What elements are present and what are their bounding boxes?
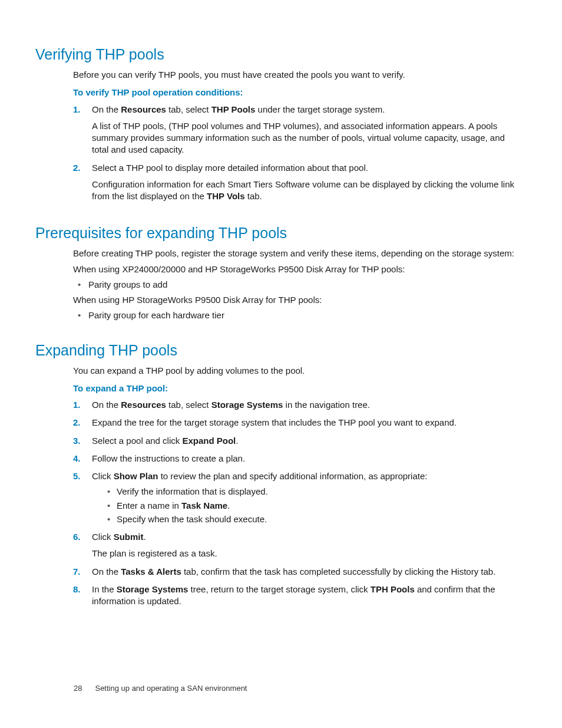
step-3: Select a pool and click Expand Pool. [73, 435, 520, 447]
section2-body: Before creating THP pools, register the … [73, 248, 520, 321]
intro-text: Before you can verify THP pools, you mus… [73, 69, 520, 81]
heading-prerequisites: Prerequisites for expanding THP pools [35, 225, 520, 242]
page-footer: 28Setting up and operating a SAN environ… [74, 684, 247, 693]
heading-expanding-thp-pools: Expanding THP pools [35, 342, 520, 359]
bullet-item: Parity groups to add [73, 279, 520, 291]
bullet-list: Parity group for each hardware tier [73, 309, 520, 321]
section3-body: You can expand a THP pool by adding volu… [73, 365, 520, 608]
step-body: Configuration information for each Smart… [92, 179, 520, 203]
document-page: Verifying THP pools Before you can verif… [0, 0, 562, 728]
bullet-item: Parity group for each hardware tier [73, 309, 520, 321]
step-text: On the Resources tab, select THP Pools u… [92, 104, 385, 114]
para: When using HP StorageWorks P9500 Disk Ar… [73, 294, 520, 306]
step-text: Select a pool and click Expand Pool. [92, 436, 238, 446]
step-1: On the Resources tab, select Storage Sys… [73, 399, 520, 411]
sub-bullet: Enter a name in Task Name. [104, 500, 520, 512]
para: When using XP24000/20000 and HP StorageW… [73, 263, 520, 275]
step-text: Select a THP pool to display more detail… [92, 163, 368, 173]
sub-bullet-list: Verify the information that is displayed… [104, 486, 520, 525]
step-text: On the Resources tab, select Storage Sys… [92, 400, 370, 410]
step-text: Click Submit. [92, 532, 146, 542]
step-text: Follow the instructions to create a plan… [92, 453, 245, 463]
step-2: Select a THP pool to display more detail… [73, 162, 520, 203]
step-1: On the Resources tab, select THP Pools u… [73, 104, 520, 156]
procedure-subhead: To expand a THP pool: [73, 383, 520, 394]
step-6: Click Submit. The plan is registered as … [73, 531, 520, 560]
page-number: 28 [74, 684, 82, 693]
step-text: Expand the tree for the target storage s… [92, 417, 457, 427]
heading-verifying-thp-pools: Verifying THP pools [35, 46, 520, 63]
step-8: In the Storage Systems tree, return to t… [73, 584, 520, 608]
bullet-list: Parity groups to add [73, 279, 520, 291]
procedure-subhead: To verify THP pool operation conditions: [73, 87, 520, 98]
step-text: In the Storage Systems tree, return to t… [92, 584, 495, 606]
para: Before creating THP pools, register the … [73, 248, 520, 259]
chapter-title: Setting up and operating a SAN environme… [95, 684, 247, 693]
expand-steps: On the Resources tab, select Storage Sys… [73, 399, 520, 607]
step-5: Click Show Plan to review the plan and s… [73, 470, 520, 525]
step-body: The plan is registered as a task. [92, 548, 520, 559]
step-text: On the Tasks & Alerts tab, confirm that … [92, 566, 495, 577]
sub-bullet: Verify the information that is displayed… [104, 486, 520, 498]
verify-steps: On the Resources tab, select THP Pools u… [73, 104, 520, 203]
step-text: Click Show Plan to review the plan and s… [92, 471, 427, 481]
section1-body: Before you can verify THP pools, you mus… [73, 69, 520, 202]
step-body: A list of THP pools, (THP pool volumes a… [92, 120, 520, 156]
intro-text: You can expand a THP pool by adding volu… [73, 365, 520, 377]
step-7: On the Tasks & Alerts tab, confirm that … [73, 566, 520, 578]
sub-bullet: Specify when the task should execute. [104, 513, 520, 525]
step-2: Expand the tree for the target storage s… [73, 417, 520, 429]
step-4: Follow the instructions to create a plan… [73, 453, 520, 465]
